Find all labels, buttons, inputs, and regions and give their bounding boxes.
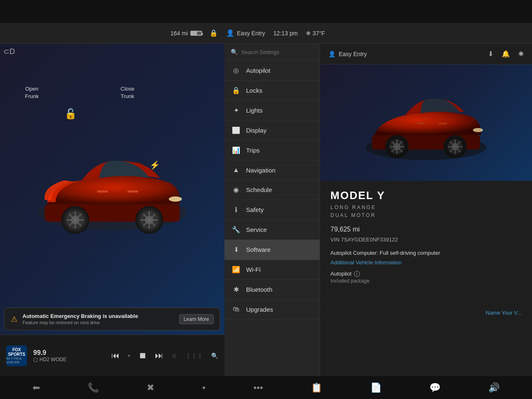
name-vehicle-link[interactable]: Name Your V... — [486, 310, 522, 316]
bell-icon-right[interactable]: 🔔 — [502, 50, 510, 58]
easy-entry-label-status: Easy Entry — [237, 30, 265, 37]
stop-button[interactable]: ⏹ — [138, 351, 147, 360]
locks-icon: 🔒 — [232, 86, 240, 94]
radio-freq: 94.7 FM & 1230 AM — [6, 357, 27, 364]
autopilot-text: Autopilot — [330, 271, 352, 277]
menu-item-autopilot[interactable]: ◎Autopilot — [224, 61, 320, 81]
menu-item-bluetooth[interactable]: ✱Bluetooth — [224, 280, 320, 300]
mileage-display: 79,625 mi — [330, 226, 522, 233]
menu-item-display[interactable]: ⬜Display — [224, 121, 320, 140]
alert-subtitle: Feature may be restored on next drive — [22, 320, 174, 325]
taskbar-volume-icon[interactable]: 🔊 — [488, 382, 500, 393]
temperature-value: 37°F — [313, 30, 325, 37]
bluetooth-icon: ✱ — [232, 286, 240, 293]
bluetooth-label: Bluetooth — [246, 286, 272, 293]
vehicle-details: MODEL Y LONG RANGE DUAL MOTOR Name Your … — [320, 181, 532, 376]
lock-icon: 🔒 — [209, 29, 218, 37]
dot-button[interactable]: • — [128, 352, 130, 359]
menu-item-wifi[interactable]: 📶Wi-Fi — [224, 260, 320, 280]
trips-icon: 📊 — [232, 146, 240, 154]
right-panel: 👤 Easy Entry ⬇ 🔔 ✱ — [320, 44, 532, 376]
display-icon: ⬜ — [232, 126, 240, 134]
taskbar-grid-icon[interactable]: 📋 — [311, 382, 322, 393]
station-name-text: HD2 WODE — [39, 357, 66, 362]
left-top-icons: ⊂D — [3, 47, 15, 56]
menu-item-schedule[interactable]: ◉Schedule — [224, 180, 320, 200]
easy-entry-right: 👤 Easy Entry — [328, 51, 367, 57]
search-bar: 🔍 — [224, 44, 320, 61]
status-bar: 164 mi 🔒 👤 Easy Entry 12:13 pm ❄ 37°F — [0, 23, 532, 44]
locks-label: Locks — [246, 87, 262, 94]
additional-info-link[interactable]: Additional Vehicle Information — [330, 259, 522, 266]
learn-more-button[interactable]: Learn More — [179, 314, 214, 324]
download-icon-right[interactable]: ⬇ — [488, 50, 493, 58]
service-label: Service — [246, 226, 267, 233]
snowflake-icon: ❄ — [306, 30, 311, 37]
menu-item-navigation[interactable]: ▲Navigation — [224, 160, 320, 180]
vin-display: VIN 7SAYGDEE0NF339122 — [330, 236, 522, 243]
taskbar-dot-icon: • — [202, 382, 206, 393]
navigation-icon: ▲ — [232, 166, 240, 174]
service-icon: 🔧 — [232, 226, 240, 234]
wifi-label: Wi-Fi — [246, 266, 261, 273]
search-input[interactable] — [241, 49, 313, 55]
menu-item-service[interactable]: 🔧Service — [224, 220, 320, 240]
autopilot-icon: ◎ — [232, 66, 240, 74]
next-button[interactable]: ⏭ — [155, 351, 163, 360]
included-package: Included package — [330, 278, 522, 284]
menu-item-upgrades[interactable]: 🛍Upgrades — [224, 300, 320, 319]
alert-icon: ⚠ — [11, 315, 17, 324]
settings-menu: 🔍 ◎Autopilot🔒Locks✦Lights⬜Display📊Trips▲… — [224, 44, 320, 376]
bluetooth-icon-right[interactable]: ✱ — [518, 50, 524, 58]
alert-title: Automatic Emergency Braking is unavailab… — [22, 313, 174, 319]
music-controls: ⏮ • ⏹ ⏭ ☆ ⋮⋮⋮ 🔍 — [111, 351, 218, 360]
hd-icon: ▢ — [33, 357, 38, 362]
main-screen: 164 mi 🔒 👤 Easy Entry 12:13 pm ❄ 37°F ⊂ — [0, 23, 532, 376]
search-music-button[interactable]: 🔍 — [211, 352, 218, 359]
main-content: ⊂D Open Frunk Close Trunk 🔓 ⚡ — [0, 44, 532, 376]
right-car-image — [320, 64, 532, 181]
taskbar-dots-icon[interactable]: ••• — [254, 382, 263, 393]
taskbar-close-icon[interactable]: ✖ — [147, 382, 154, 393]
svg-rect-36 — [417, 123, 425, 124]
favorite-button[interactable]: ☆ — [172, 352, 177, 359]
easy-entry-label-right: Easy Entry — [339, 51, 367, 57]
battery-bar — [190, 31, 202, 36]
menu-list: ◎Autopilot🔒Locks✦Lights⬜Display📊Trips▲Na… — [224, 61, 320, 376]
battery-fill — [191, 32, 197, 35]
svg-rect-17 — [97, 190, 108, 192]
menu-item-locks[interactable]: 🔒Locks — [224, 81, 320, 101]
menu-item-trips[interactable]: 📊Trips — [224, 140, 320, 160]
prev-button[interactable]: ⏮ — [111, 351, 120, 360]
lights-icon: ✦ — [232, 106, 240, 114]
lights-label: Lights — [246, 107, 263, 114]
taskbar-chat-icon[interactable]: 💬 — [429, 382, 441, 393]
temp-display: ❄ 37°F — [306, 30, 325, 37]
music-player: FOX SPORTS 94.7 FM & 1230 AM 99.9 ▢ HD2 … — [0, 335, 224, 376]
software-label: Software — [246, 246, 271, 253]
safety-icon: ℹ — [232, 206, 240, 214]
safety-label: Safety — [246, 206, 264, 213]
equalizer-button[interactable]: ⋮⋮⋮ — [185, 352, 203, 359]
top-bar — [0, 0, 532, 23]
menu-item-safety[interactable]: ℹSafety — [224, 200, 320, 220]
time-display: 12:13 pm — [273, 30, 298, 37]
menu-item-lights[interactable]: ✦Lights — [224, 101, 320, 121]
variant2: DUAL MOTOR — [330, 212, 376, 218]
software-icon: ⬇ — [232, 246, 240, 254]
info-icon[interactable]: i — [354, 271, 360, 277]
taskbar-doc-icon[interactable]: 📄 — [370, 382, 382, 393]
menu-item-software[interactable]: ⬇Software — [224, 240, 320, 260]
right-icons: ⬇ 🔔 ✱ — [488, 50, 524, 58]
taskbar-phone-icon[interactable]: 📞 — [88, 382, 99, 393]
variant1: LONG RANGE — [330, 204, 376, 210]
autopilot-package: Autopilot i Included package — [330, 271, 522, 284]
taskbar-back-icon[interactable]: ⬅ — [32, 382, 40, 393]
station-number: 99.9 — [33, 349, 105, 357]
eop-icon: ⊂D — [3, 47, 15, 56]
navigation-label: Navigation — [246, 167, 276, 174]
radio-logo-top: FOX — [12, 347, 21, 352]
display-label: Display — [246, 127, 266, 134]
station-name: ▢ HD2 WODE — [33, 357, 105, 362]
status-left: 164 mi 🔒 — [170, 29, 218, 37]
